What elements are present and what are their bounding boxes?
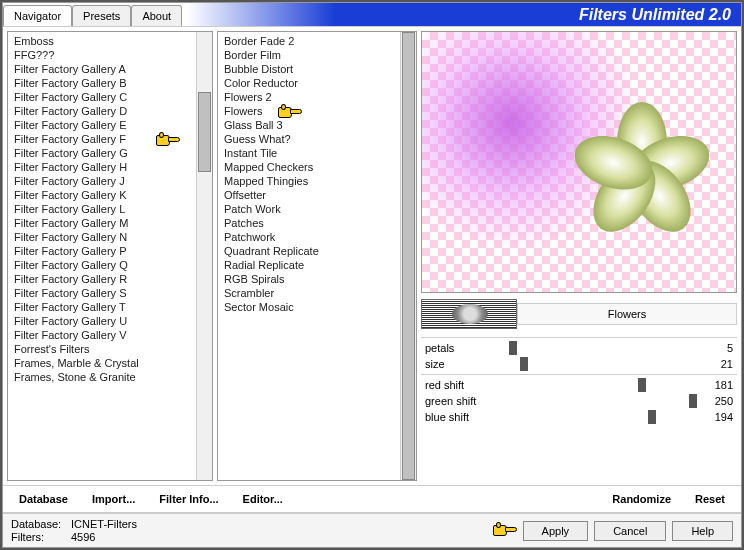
main-window: Navigator Presets About Filters Unlimite… bbox=[2, 2, 742, 548]
cancel-button[interactable]: Cancel bbox=[594, 521, 666, 541]
filter-item[interactable]: Border Film bbox=[218, 48, 416, 62]
filter-scrollbar-thumb[interactable] bbox=[402, 32, 415, 480]
filter-item[interactable]: Guess What? bbox=[218, 132, 416, 146]
slider-value: 21 bbox=[693, 358, 733, 370]
filter-item[interactable]: Sector Mosaic bbox=[218, 300, 416, 314]
tab-presets[interactable]: Presets bbox=[72, 5, 131, 26]
slider-label: petals bbox=[425, 342, 505, 354]
editor-button[interactable]: Editor... bbox=[233, 490, 293, 508]
slider-row: petals5 bbox=[421, 340, 737, 356]
category-item[interactable]: Filter Factory Gallery T bbox=[8, 300, 212, 314]
database-button[interactable]: Database bbox=[9, 490, 78, 508]
filter-item[interactable]: Bubble Distort bbox=[218, 62, 416, 76]
hand-cursor-icon bbox=[493, 522, 517, 540]
category-item[interactable]: Filter Factory Gallery M bbox=[8, 216, 212, 230]
randomize-button[interactable]: Randomize bbox=[602, 490, 681, 508]
filter-item[interactable]: Mapped Checkers bbox=[218, 160, 416, 174]
filter-item[interactable]: Patch Work bbox=[218, 202, 416, 216]
category-item[interactable]: Filter Factory Gallery P bbox=[8, 244, 212, 258]
sliders-panel: petals5size21 red shift181green shift250… bbox=[421, 337, 737, 427]
category-item[interactable]: Filter Factory Gallery Q bbox=[8, 258, 212, 272]
filter-item[interactable]: Color Reductor bbox=[218, 76, 416, 90]
watermark-logo bbox=[421, 299, 517, 329]
filter-item[interactable]: Offsetter bbox=[218, 188, 416, 202]
category-item[interactable]: Forrest's Filters bbox=[8, 342, 212, 356]
filter-scrollbar[interactable] bbox=[400, 32, 416, 480]
category-item[interactable]: Filter Factory Gallery R bbox=[8, 272, 212, 286]
db-label: Database: bbox=[11, 518, 67, 530]
filter-item[interactable]: Patches bbox=[218, 216, 416, 230]
content-area: EmbossFFG???Filter Factory Gallery AFilt… bbox=[3, 27, 741, 485]
filters-count-label: Filters: bbox=[11, 531, 67, 543]
slider-thumb[interactable] bbox=[689, 394, 697, 408]
reset-button[interactable]: Reset bbox=[685, 490, 735, 508]
filter-item[interactable]: Mapped Thingies bbox=[218, 174, 416, 188]
filter-info-button[interactable]: Filter Info... bbox=[149, 490, 228, 508]
category-item[interactable]: FFG??? bbox=[8, 48, 212, 62]
category-scrollbar[interactable] bbox=[196, 32, 212, 480]
slider-track[interactable] bbox=[505, 357, 693, 371]
apply-button[interactable]: Apply bbox=[523, 521, 589, 541]
filter-item[interactable]: Flowers 2 bbox=[218, 90, 416, 104]
category-item[interactable]: Filter Factory Gallery B bbox=[8, 76, 212, 90]
filter-item[interactable]: Radial Replicate bbox=[218, 258, 416, 272]
slider-row: green shift250 bbox=[421, 393, 737, 409]
slider-row: blue shift194 bbox=[421, 409, 737, 425]
footer-buttons: Apply Cancel Help bbox=[493, 521, 733, 541]
filter-item[interactable]: Patchwork bbox=[218, 230, 416, 244]
category-item[interactable]: Filter Factory Gallery U bbox=[8, 314, 212, 328]
slider-label: size bbox=[425, 358, 505, 370]
category-item[interactable]: Filter Factory Gallery K bbox=[8, 188, 212, 202]
tab-about[interactable]: About bbox=[131, 5, 182, 26]
slider-thumb[interactable] bbox=[638, 378, 646, 392]
category-item[interactable]: Filter Factory Gallery A bbox=[8, 62, 212, 76]
category-item[interactable]: Frames, Stone & Granite bbox=[8, 370, 212, 384]
category-item[interactable]: Filter Factory Gallery J bbox=[8, 174, 212, 188]
slider-track[interactable] bbox=[505, 410, 693, 424]
slider-track[interactable] bbox=[505, 378, 693, 392]
category-item[interactable]: Filter Factory Gallery E bbox=[8, 118, 212, 132]
category-item[interactable]: Filter Factory Gallery S bbox=[8, 286, 212, 300]
current-filter-name: Flowers bbox=[517, 303, 737, 325]
category-item[interactable]: Filter Factory Gallery C bbox=[8, 90, 212, 104]
filter-item[interactable]: Instant Tile bbox=[218, 146, 416, 160]
slider-value: 194 bbox=[693, 411, 733, 423]
filter-item[interactable]: Quadrant Replicate bbox=[218, 244, 416, 258]
slider-track[interactable] bbox=[505, 341, 693, 355]
category-item[interactable]: Filter Factory Gallery L bbox=[8, 202, 212, 216]
filter-item[interactable]: Scrambler bbox=[218, 286, 416, 300]
category-item[interactable]: Filter Factory Gallery F bbox=[8, 132, 212, 146]
slider-thumb[interactable] bbox=[509, 341, 517, 355]
category-item[interactable]: Filter Factory Gallery H bbox=[8, 160, 212, 174]
category-item[interactable]: Filter Factory Gallery N bbox=[8, 230, 212, 244]
slider-value: 5 bbox=[693, 342, 733, 354]
slider-label: red shift bbox=[425, 379, 505, 391]
filter-item[interactable]: RGB Spirals bbox=[218, 272, 416, 286]
filter-item[interactable]: Glass Ball 3 bbox=[218, 118, 416, 132]
category-item[interactable]: Emboss bbox=[8, 34, 212, 48]
filter-item[interactable]: Flowers bbox=[218, 104, 416, 118]
category-item[interactable]: Frames, Marble & Crystal bbox=[8, 356, 212, 370]
slider-thumb[interactable] bbox=[520, 357, 528, 371]
slider-row: size21 bbox=[421, 356, 737, 372]
help-button[interactable]: Help bbox=[672, 521, 733, 541]
titlebar: Navigator Presets About Filters Unlimite… bbox=[3, 3, 741, 27]
category-scrollbar-thumb[interactable] bbox=[198, 92, 211, 172]
category-listbox[interactable]: EmbossFFG???Filter Factory Gallery AFilt… bbox=[7, 31, 213, 481]
footer: Database: ICNET-Filters Filters: 4596 Ap… bbox=[3, 513, 741, 547]
slider-group-shape: petals5size21 bbox=[421, 337, 737, 374]
preview-image bbox=[421, 31, 737, 293]
tab-navigator[interactable]: Navigator bbox=[3, 5, 72, 26]
filter-listbox[interactable]: Border Fade 2Border FilmBubble DistortCo… bbox=[217, 31, 417, 481]
category-item[interactable]: Filter Factory Gallery D bbox=[8, 104, 212, 118]
tab-strip: Navigator Presets About bbox=[3, 4, 182, 25]
slider-thumb[interactable] bbox=[648, 410, 656, 424]
slider-group-color: red shift181green shift250blue shift194 bbox=[421, 374, 737, 427]
filter-item[interactable]: Border Fade 2 bbox=[218, 34, 416, 48]
db-value: ICNET-Filters bbox=[71, 518, 137, 530]
slider-track[interactable] bbox=[505, 394, 693, 408]
footer-info: Database: ICNET-Filters Filters: 4596 bbox=[11, 518, 137, 543]
import-button[interactable]: Import... bbox=[82, 490, 145, 508]
category-item[interactable]: Filter Factory Gallery G bbox=[8, 146, 212, 160]
category-item[interactable]: Filter Factory Gallery V bbox=[8, 328, 212, 342]
